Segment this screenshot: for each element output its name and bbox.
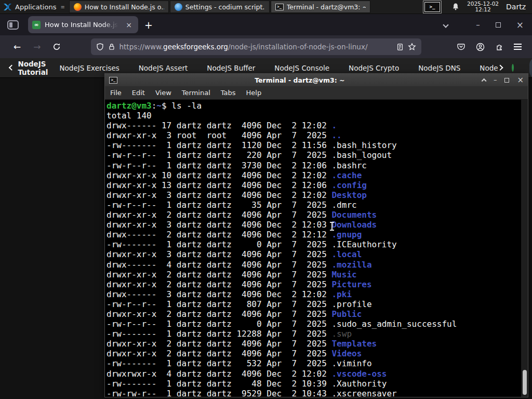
- terminal-menu-bar: File Edit View Terminal Tabs Help: [105, 86, 528, 100]
- terminal-listing-row: -rw-r--r-- 1 dartz dartz 3730 Dec 2 12:0…: [107, 161, 528, 170]
- back-button[interactable]: ←: [7, 42, 27, 52]
- file-name: Desktop: [331, 190, 366, 200]
- nav-item[interactable]: NodeJS Console: [274, 64, 329, 72]
- file-name: .sudo_as_admin_successful: [331, 319, 457, 329]
- file-name: .swp: [331, 329, 352, 339]
- applications-logo-icon: [3, 3, 12, 11]
- new-tab-button[interactable]: +: [138, 19, 159, 31]
- notification-bell-icon[interactable]: [451, 3, 460, 11]
- terminal-listing-row: -rw------- 1 dartz dartz 48 Dec 2 10:39 …: [107, 379, 528, 389]
- file-name: .cache: [331, 170, 362, 180]
- extensions-puzzle-icon[interactable]: [495, 43, 503, 51]
- nav-item[interactable]: NodeJS Buffer: [207, 64, 255, 72]
- nav-item[interactable]: NodeJS DNS: [418, 64, 460, 72]
- browser-tab-active[interactable]: ∞ How to Install Node.js on ×: [28, 16, 138, 33]
- menu-tabs[interactable]: Tabs: [216, 89, 241, 97]
- nav-item-nodejs-tutorial[interactable]: NodeJS Tutorial: [0, 60, 48, 76]
- reader-view-icon[interactable]: [396, 43, 404, 51]
- terminal-listing-row: -rw-r--r-- 1 dartz dartz 807 Apr 7 2025 …: [107, 299, 528, 309]
- url-bar[interactable]: https://www.geeksforgeeks.org/node-js/in…: [91, 38, 421, 55]
- terminal-window-title: Terminal - dartz@vm3: ~: [117, 76, 482, 84]
- terminal-minimize-button[interactable]: –: [494, 77, 497, 83]
- nav-item[interactable]: Node: [480, 64, 498, 72]
- terminal-listing-row: -rw-rw-r-- 1 dartz dartz 9529 Dec 2 10:4…: [107, 389, 528, 397]
- terminal-listing-row: drwxr-xr-x 3 dartz dartz 4096 Dec 2 12:0…: [107, 220, 528, 230]
- applications-label: Applications: [15, 3, 56, 11]
- terminal-listing-row: -rw-r--r-- 1 dartz dartz 0 Apr 7 2025 .s…: [107, 319, 528, 329]
- text-cursor-pointer: [329, 221, 335, 232]
- taskbar-button-firefox[interactable]: How to Install Node.js o...: [69, 1, 169, 13]
- terminal-icon: >_: [275, 4, 284, 10]
- browser-maximize-button[interactable]: [496, 22, 501, 28]
- terminal-listing-row: drwxr-xr-x 10 dartz dartz 4096 Dec 2 12:…: [107, 170, 528, 180]
- menu-terminal[interactable]: Terminal: [177, 89, 216, 97]
- terminal-shade-button[interactable]: [481, 78, 486, 83]
- lock-icon[interactable]: [108, 43, 115, 51]
- prompt-user-host: dartz@vm3: [107, 101, 152, 111]
- prompt-cwd: ~: [156, 101, 162, 111]
- terminal-listing-row: drwxr-xr-x 2 dartz dartz 4096 Apr 7 2025…: [107, 339, 528, 349]
- clock-time: 12:12: [467, 7, 499, 12]
- sign-in-button[interactable]: Sign In: [529, 57, 532, 79]
- nav-item[interactable]: NodeJS Assert: [139, 64, 188, 72]
- taskbar-label: Settings - codium script...: [185, 3, 265, 11]
- browser-close-button[interactable]: ×: [516, 20, 524, 30]
- account-icon[interactable]: [476, 43, 485, 51]
- file-name: .vscode-oss: [331, 369, 387, 379]
- gfg-favicon: ∞: [32, 21, 41, 29]
- file-name: Documents: [331, 210, 377, 220]
- terminal-scrollbar-track[interactable]: [521, 100, 528, 397]
- menu-hamburger-icon[interactable]: [514, 44, 522, 50]
- terminal-listing-row: drwxr-xr-x 2 dartz dartz 4096 Apr 7 2025…: [107, 309, 528, 319]
- nav-scroll-right-icon[interactable]: [497, 65, 503, 71]
- menu-file[interactable]: File: [105, 89, 127, 97]
- terminal-prompt-line: dartz@vm3:~$ ls -la: [107, 101, 528, 111]
- file-name: .config: [331, 180, 366, 190]
- search-icon[interactable]: [512, 64, 514, 72]
- terminal-title-bar[interactable]: >_ Terminal - dartz@vm3: ~ – ×: [105, 74, 528, 86]
- firefox-view-icon[interactable]: [7, 20, 19, 30]
- codium-icon: [175, 3, 182, 11]
- terminal-listing-row: drwxr-xr-x 2 dartz dartz 4096 Apr 7 2025…: [107, 270, 528, 280]
- taskbar-label: Terminal - dartz@vm3: ~: [287, 3, 366, 11]
- bookmark-star-icon[interactable]: [408, 43, 416, 51]
- terminal-listing-row: -rw------- 1 dartz dartz 0 Apr 7 2025 .I…: [107, 240, 528, 249]
- taskbar-button-terminal[interactable]: >_ Terminal - dartz@vm3: ~: [271, 1, 370, 13]
- list-tabs-chevron-icon[interactable]: [443, 22, 449, 28]
- taskbar-button-codium[interactable]: Settings - codium script...: [170, 1, 270, 13]
- terminal-close-button[interactable]: ×: [517, 77, 524, 84]
- file-name: Downloads: [331, 220, 377, 230]
- terminal-listing-row: drwxr-xr-x 2 dartz dartz 4096 Apr 7 2025…: [107, 280, 528, 289]
- file-name: .local: [331, 249, 362, 259]
- firefox-icon: [74, 3, 82, 11]
- prompt-separator: :: [152, 101, 157, 111]
- shield-icon[interactable]: [96, 43, 104, 51]
- clock[interactable]: 2025-12-02 12:12: [467, 1, 499, 12]
- forward-button[interactable]: →: [27, 42, 47, 52]
- terminal-listing-row: drwx------ 4 dartz dartz 4096 Apr 7 2025…: [107, 260, 528, 270]
- reload-icon: [52, 43, 61, 51]
- terminal-content[interactable]: dartz@vm3:~$ ls -la total 140 drwx------…: [105, 100, 528, 397]
- url-path: /node-js/installation-of-node-js-on-linu…: [228, 43, 368, 51]
- terminal-listing-row: drwxr-xr-x 2 dartz dartz 4096 Apr 7 2025…: [107, 210, 528, 220]
- menu-edit[interactable]: Edit: [127, 89, 150, 97]
- applications-menu-button[interactable]: Applications ≡: [0, 0, 69, 14]
- tray-terminal-icon[interactable]: >_: [424, 2, 440, 12]
- reload-button[interactable]: [47, 43, 66, 51]
- terminal-scrollbar-thumb[interactable]: [523, 370, 527, 395]
- tab-close-icon[interactable]: ×: [124, 20, 134, 30]
- nav-item[interactable]: NodeJS Exercises: [59, 64, 119, 72]
- menu-view[interactable]: View: [150, 89, 177, 97]
- nav-item[interactable]: NodeJS Crypto: [349, 64, 399, 72]
- user-menu[interactable]: Dartz: [506, 3, 528, 11]
- terminal-window: >_ Terminal - dartz@vm3: ~ – × File Edit…: [104, 73, 528, 397]
- browser-minimize-button[interactable]: –: [476, 20, 480, 30]
- file-name: ..: [331, 130, 341, 140]
- pocket-icon[interactable]: [457, 43, 466, 51]
- terminal-listing-row: drwx------ 17 dartz dartz 4096 Dec 2 12:…: [107, 121, 528, 130]
- terminal-listing-row: -rw-r--r-- 1 dartz dartz 220 Apr 7 2025 …: [107, 150, 528, 160]
- nav-back-label: NodeJS Tutorial: [18, 60, 48, 76]
- menu-help[interactable]: Help: [241, 89, 267, 97]
- terminal-maximize-button[interactable]: [504, 78, 509, 83]
- top-panel: Applications ≡ How to Install Node.js o.…: [0, 0, 532, 14]
